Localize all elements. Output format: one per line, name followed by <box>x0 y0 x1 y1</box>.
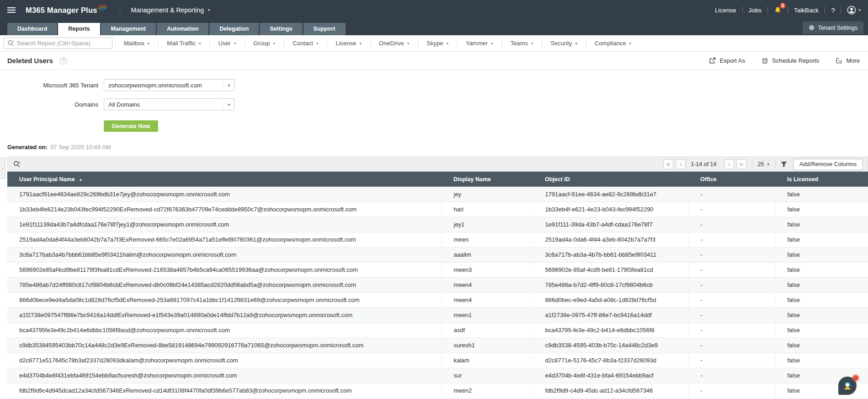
category-mailbox[interactable]: Mailbox▾ <box>115 39 158 48</box>
cell-is-licensed: false <box>775 262 868 277</box>
table-row[interactable]: fdb2f9d9c4d945dcad12a34cfd567346ExRemove… <box>7 383 868 398</box>
report-categories: Mailbox▾ Mail Traffic▾ User▾ Group▾ Cont… <box>115 39 640 48</box>
table-row[interactable]: c9db35384595403bb70c14a448c2d3e9ExRemove… <box>7 338 868 353</box>
license-link[interactable]: License <box>715 7 736 14</box>
cell-display-name: meen1 <box>442 307 533 323</box>
category-license[interactable]: License▾ <box>327 39 370 48</box>
tab-dashboard[interactable]: Dashboard <box>7 23 57 35</box>
chevron-down-icon: ▾ <box>208 8 210 12</box>
category-onedrive[interactable]: OneDrive▾ <box>370 39 418 48</box>
table-row[interactable]: 3c6a717bab3a4b7bbb61bb85e9f03411halim@zo… <box>7 247 868 262</box>
schedule-reports-button[interactable]: Schedule Reports <box>761 57 819 64</box>
table-row[interactable]: e4d3704b4e8f431ebfa469154ebb9acfsuresh@z… <box>7 368 868 383</box>
chevron-down-icon: ▾ <box>224 80 234 91</box>
tab-delegation[interactable]: Delegation <box>209 23 259 35</box>
category-compliance[interactable]: Compliance▾ <box>586 39 640 48</box>
category-mail-traffic[interactable]: Mail Traffic▾ <box>158 39 209 48</box>
cell-display-name: jey1 <box>442 217 533 232</box>
category-yammer[interactable]: Yammer▾ <box>457 39 502 48</box>
jobs-link[interactable]: Jobs <box>749 7 762 14</box>
report-criteria-form: Microsoft 365 Tenant zohocorpwsmopm.onmi… <box>0 70 868 132</box>
table-row[interactable]: 1e91f11139da43b7a4dfcdaa176e78f7jey1@zoh… <box>7 217 868 232</box>
tab-settings[interactable]: Settings <box>260 23 302 35</box>
table-row[interactable]: 1791aacf91ee4634ae829c269bdb31e7jey@zoho… <box>7 187 868 202</box>
table-row[interactable]: d2c8771e517645c78b3af2337d26093dkalam@zo… <box>7 353 868 368</box>
chevron-down-icon: ▾ <box>273 41 276 46</box>
generated-on: Generated on:07 Sep 2020 10:49 AM <box>7 144 868 151</box>
table-row[interactable]: 5696902e85af4cd9be81179f3fea81cdExRemove… <box>7 262 868 277</box>
module-switcher[interactable]: Management & Reporting ▾ <box>120 5 210 15</box>
notifications-button[interactable]: 3 <box>774 6 782 14</box>
sort-asc-icon: ▲ <box>79 178 83 182</box>
category-skype[interactable]: Skype▾ <box>418 39 457 48</box>
table-row[interactable]: 1b33eb4fe6214e23b043fec994f52290ExRemove… <box>7 202 868 217</box>
tenant-select[interactable]: zohocorpwsmopm.onmicrosoft.com ▾ <box>104 79 234 91</box>
help-button[interactable]: ? <box>831 6 835 14</box>
pager-first-button[interactable]: « <box>663 159 673 169</box>
table-row[interactable]: 785e486ab7d24ff980c817cf9804b6cbExRemove… <box>7 277 868 292</box>
pager-range: 1-14 of 14 <box>691 161 716 167</box>
cell-office: - <box>688 262 775 277</box>
pager-next-button[interactable]: › <box>724 159 734 169</box>
column-header-upn[interactable]: User Principal Name▲ <box>7 172 442 187</box>
report-help-icon[interactable]: ? <box>60 57 67 65</box>
tab-management[interactable]: Management <box>101 23 156 35</box>
header-actions: License Jobs 3 TalkBack ? ▾ <box>715 5 868 15</box>
cell-object-id: 1e91f111-39da-43b7-a4df-cdaa176e78f7 <box>533 217 688 232</box>
account-menu[interactable]: ▾ <box>847 5 861 15</box>
filter-funnel-icon[interactable] <box>781 162 787 167</box>
divider <box>841 6 841 14</box>
hamburger-menu-icon[interactable] <box>7 7 16 13</box>
cell-office: - <box>688 202 775 217</box>
report-list-panel-handle[interactable]: › <box>0 158 5 179</box>
export-as-button[interactable]: Export As <box>709 57 745 64</box>
category-contact[interactable]: Contact▾ <box>284 39 327 48</box>
chevron-down-icon: ▾ <box>575 41 577 46</box>
category-teams[interactable]: Teams▾ <box>502 39 542 48</box>
cell-user-principal-name: a1f2738e097547ff86e7bc9416a14ddfExRemove… <box>7 307 442 323</box>
tab-support[interactable]: Support <box>304 23 346 35</box>
tenant-settings-button[interactable]: Tenant Settings <box>803 22 863 34</box>
cell-user-principal-name: 1791aacf91ee4634ae829c269bdb31e7jey@zoho… <box>7 187 442 202</box>
domains-select-value: All Domains <box>104 101 224 108</box>
cell-office: - <box>688 338 775 353</box>
domains-select[interactable]: All Domains ▾ <box>104 98 234 110</box>
module-switcher-label: Management & Reporting <box>131 6 204 14</box>
chevron-down-icon: ▾ <box>531 41 533 46</box>
pager-prev-button[interactable]: ‹ <box>676 159 686 169</box>
cell-is-licensed: false <box>775 292 868 307</box>
tab-reports[interactable]: Reports <box>58 23 100 35</box>
generate-now-button[interactable]: Generate Now <box>104 120 158 132</box>
add-remove-columns-button[interactable]: Add/Remove Columns <box>793 159 863 170</box>
chevron-down-icon: ▾ <box>446 41 448 46</box>
table-row[interactable]: 866d0bece9ed4a5da08c1d828d76cf5dExRemove… <box>7 292 868 307</box>
column-header-display-name[interactable]: Display Name <box>442 172 533 187</box>
table-row[interactable]: bca43795fe3e49c2b414e6dbbc1056f8asd@zoho… <box>7 323 868 338</box>
talkback-link[interactable]: TalkBack <box>794 7 819 14</box>
pager-last-button[interactable]: » <box>736 159 746 169</box>
column-header-is-licensed[interactable]: Is Licensed <box>775 172 868 187</box>
cell-display-name: suresh1 <box>442 338 533 353</box>
column-header-object-id[interactable]: Object ID <box>533 172 688 187</box>
report-search-input[interactable] <box>17 40 109 47</box>
report-search[interactable] <box>4 38 112 49</box>
category-group[interactable]: Group▾ <box>245 39 284 48</box>
more-button[interactable]: More <box>836 57 860 64</box>
cell-object-id: 5696902e-85af-4cd9-be81-179f3fea81cd <box>533 262 688 277</box>
tab-automation[interactable]: Automation <box>157 23 208 35</box>
cell-office: - <box>688 232 775 247</box>
table-row[interactable]: a1f2738e097547ff86e7bc9416a14ddfExRemove… <box>7 307 868 323</box>
generated-on-value: 07 Sep 2020 10:49 AM <box>50 144 111 151</box>
category-security[interactable]: Security▾ <box>542 39 586 48</box>
page-size-select[interactable]: 25 ▾ <box>758 161 769 167</box>
cell-is-licensed: false <box>775 277 868 292</box>
table-row[interactable]: 2519ad4a0da64f44a3eb8042b7a7a7f3ExRemove… <box>7 232 868 247</box>
page-title: Deleted Users <box>7 57 53 65</box>
grid-search-icon[interactable] <box>13 161 21 168</box>
cell-office: - <box>688 323 775 338</box>
column-header-office[interactable]: Office <box>688 172 775 187</box>
cell-object-id: 866d0bec-e9ed-4a5d-a08c-1d828d76cf5d <box>533 292 688 307</box>
cell-display-name: meen3 <box>442 262 533 277</box>
category-user[interactable]: User▾ <box>209 39 245 48</box>
support-chat-button[interactable] <box>838 377 857 395</box>
